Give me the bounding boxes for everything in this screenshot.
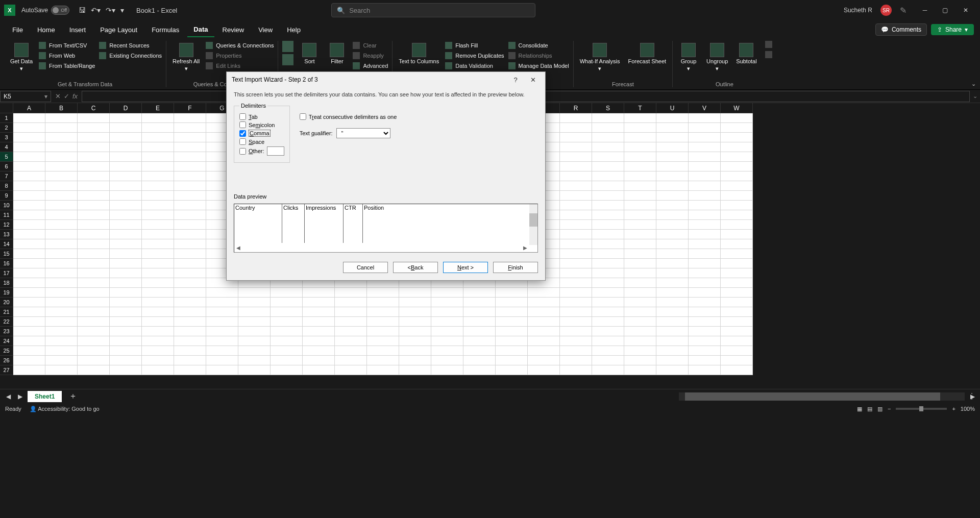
row-header[interactable]: 26	[0, 356, 13, 365]
cell[interactable]	[689, 230, 721, 239]
cell[interactable]	[13, 171, 45, 181]
column-header[interactable]: R	[560, 103, 592, 113]
cell[interactable]	[689, 239, 721, 249]
row-header[interactable]: 5	[0, 152, 13, 162]
cell[interactable]	[174, 133, 206, 142]
sort-za-icon[interactable]	[282, 54, 293, 65]
cell[interactable]	[624, 278, 656, 288]
cell[interactable]	[560, 123, 592, 133]
cell[interactable]	[110, 327, 142, 336]
cell[interactable]	[110, 181, 142, 191]
cell[interactable]	[656, 336, 689, 346]
cell[interactable]	[174, 239, 206, 249]
cell[interactable]	[624, 239, 656, 249]
zoom-slider[interactable]	[896, 408, 947, 410]
cell[interactable]	[142, 201, 174, 210]
cell[interactable]	[271, 298, 303, 307]
delimiter-tab-label[interactable]: Tab	[249, 114, 258, 120]
cell[interactable]	[174, 191, 206, 201]
cell[interactable]	[238, 288, 271, 298]
cell[interactable]	[431, 288, 463, 298]
queries-connections-button[interactable]: Queries & Connections	[206, 41, 274, 50]
cell[interactable]	[206, 327, 238, 336]
cell[interactable]	[110, 230, 142, 239]
cell[interactable]	[624, 181, 656, 191]
cell[interactable]	[592, 365, 624, 375]
cell[interactable]	[78, 356, 110, 365]
cell[interactable]	[110, 278, 142, 288]
cell[interactable]	[238, 356, 271, 365]
cell[interactable]	[624, 307, 656, 317]
cell[interactable]	[528, 327, 560, 336]
cell[interactable]	[303, 317, 335, 327]
add-sheet-button[interactable]: ＋	[65, 391, 81, 402]
pen-icon[interactable]: ✎	[900, 6, 906, 15]
cell[interactable]	[13, 327, 45, 336]
delimiter-other-label[interactable]: Other:	[249, 148, 264, 154]
share-button[interactable]: ⇪Share▾	[931, 24, 974, 35]
cell[interactable]	[45, 123, 78, 133]
cell[interactable]	[78, 181, 110, 191]
row-header[interactable]: 6	[0, 162, 13, 171]
cell[interactable]	[592, 152, 624, 162]
cell[interactable]	[78, 171, 110, 181]
cell[interactable]	[624, 113, 656, 123]
cell[interactable]	[689, 317, 721, 327]
column-header[interactable]: C	[78, 103, 110, 113]
cell[interactable]	[721, 123, 753, 133]
cell[interactable]	[78, 346, 110, 356]
cell[interactable]	[656, 298, 689, 307]
cell[interactable]	[174, 327, 206, 336]
cell[interactable]	[45, 288, 78, 298]
cell[interactable]	[78, 298, 110, 307]
tab-help[interactable]: Help	[281, 23, 307, 37]
cell[interactable]	[399, 317, 431, 327]
cell[interactable]	[110, 249, 142, 259]
cell[interactable]	[303, 307, 335, 317]
cell[interactable]	[271, 327, 303, 336]
cell[interactable]	[13, 298, 45, 307]
cell[interactable]	[431, 336, 463, 346]
cell[interactable]	[110, 365, 142, 375]
cell[interactable]	[174, 346, 206, 356]
cell[interactable]	[592, 142, 624, 152]
cell[interactable]	[45, 239, 78, 249]
cell[interactable]	[399, 336, 431, 346]
row-header[interactable]: 7	[0, 171, 13, 181]
cell[interactable]	[13, 133, 45, 142]
cell[interactable]	[560, 278, 592, 288]
cell[interactable]	[13, 268, 45, 278]
cell[interactable]	[399, 346, 431, 356]
tab-data[interactable]: Data	[187, 22, 214, 37]
cell[interactable]	[560, 181, 592, 191]
delimiter-other-checkbox[interactable]	[239, 148, 246, 155]
cell[interactable]	[142, 133, 174, 142]
cell[interactable]	[592, 259, 624, 268]
cell[interactable]	[45, 317, 78, 327]
cell[interactable]	[13, 307, 45, 317]
sort-button[interactable]: Sort	[298, 41, 321, 66]
cell[interactable]	[271, 346, 303, 356]
cell[interactable]	[142, 239, 174, 249]
cell[interactable]	[142, 152, 174, 162]
cell[interactable]	[656, 162, 689, 171]
cell[interactable]	[335, 307, 367, 317]
row-header[interactable]: 17	[0, 268, 13, 278]
delimiter-semicolon-label[interactable]: Semicolon	[249, 122, 275, 128]
cell[interactable]	[335, 317, 367, 327]
cell[interactable]	[13, 201, 45, 210]
consolidate-button[interactable]: Consolidate	[508, 41, 569, 50]
row-header[interactable]: 2	[0, 123, 13, 133]
formula-expand-icon[interactable]: ⌄	[970, 93, 980, 100]
cell[interactable]	[335, 356, 367, 365]
cell[interactable]	[110, 210, 142, 220]
cell[interactable]	[496, 288, 528, 298]
cell[interactable]	[367, 317, 399, 327]
cell[interactable]	[496, 365, 528, 375]
dialog-title-bar[interactable]: Text Import Wizard - Step 2 of 3 ? ✕	[227, 72, 545, 87]
cell[interactable]	[721, 230, 753, 239]
cell[interactable]	[528, 317, 560, 327]
cell[interactable]	[78, 249, 110, 259]
cell[interactable]	[463, 317, 496, 327]
cell[interactable]	[624, 327, 656, 336]
